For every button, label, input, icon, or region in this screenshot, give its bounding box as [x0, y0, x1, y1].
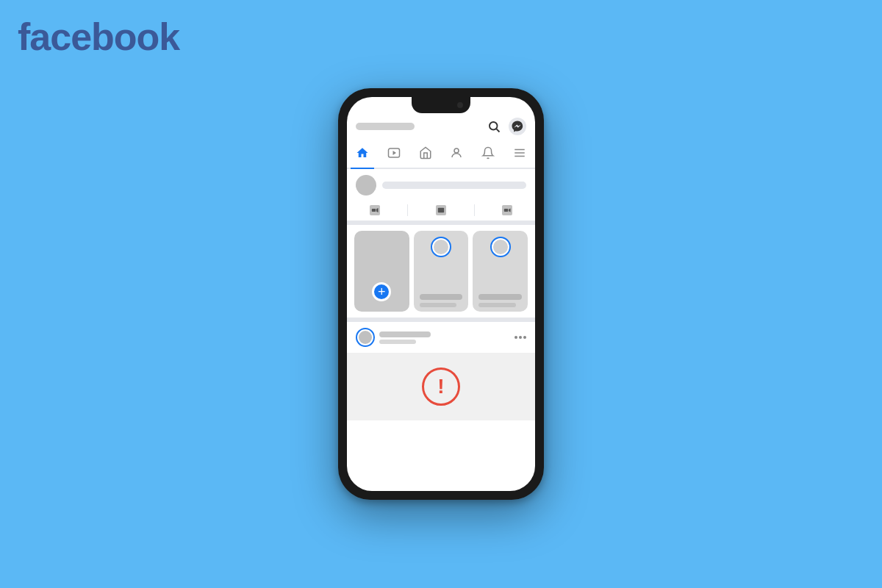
svg-rect-8 [372, 209, 376, 212]
nav-marketplace[interactable] [414, 143, 437, 163]
nav-profile[interactable] [445, 143, 468, 163]
nav-watch[interactable] [382, 143, 406, 163]
username-bar [356, 123, 415, 130]
reel-icon [502, 205, 512, 215]
phone-mockup: + [338, 88, 544, 500]
post-action-row [347, 201, 535, 225]
post-user-avatar [356, 328, 375, 347]
story-avatar-inner-2 [493, 240, 508, 254]
error-area: ! [347, 353, 535, 420]
reel-button[interactable] [502, 205, 512, 215]
dot-3 [523, 336, 526, 339]
story-card-1[interactable] [414, 231, 469, 312]
svg-point-11 [440, 209, 442, 211]
svg-point-4 [454, 148, 459, 153]
screen-content: + [347, 97, 535, 491]
svg-point-0 [490, 122, 498, 130]
nav-menu[interactable] [508, 143, 531, 163]
dot-1 [514, 336, 517, 339]
live-video-icon [370, 205, 380, 215]
post-username-bar [379, 331, 431, 337]
story-name-sub-1 [420, 303, 457, 307]
stories-section: + [347, 225, 535, 322]
nav-notifications[interactable] [476, 143, 500, 163]
post-header [356, 328, 526, 347]
story-avatar-ring-1 [431, 237, 451, 257]
search-icon[interactable] [485, 118, 503, 135]
user-avatar-small [356, 175, 376, 196]
svg-marker-13 [509, 209, 511, 212]
post-avatar-inner [359, 331, 372, 344]
nav-bar [347, 138, 535, 169]
svg-marker-9 [376, 208, 378, 212]
story-input-row [347, 169, 535, 201]
top-bar [347, 112, 535, 138]
divider-2 [474, 204, 475, 216]
phone-notch [412, 97, 470, 113]
story-name-1 [420, 294, 463, 300]
whats-on-mind-input[interactable] [382, 182, 526, 189]
messenger-icon[interactable] [509, 118, 526, 135]
story-name-2 [478, 294, 522, 300]
post-name-bars [379, 331, 431, 344]
svg-rect-12 [504, 209, 508, 212]
post-section: ! [347, 322, 535, 491]
create-story-plus-icon: + [372, 282, 391, 301]
nav-home[interactable] [351, 143, 374, 163]
phone-outer: + [338, 88, 544, 500]
live-video-button[interactable] [370, 205, 380, 215]
phone-screen: + [347, 97, 535, 491]
post-options-button[interactable] [514, 336, 526, 339]
photo-icon [436, 205, 446, 215]
exclamation-icon: ! [437, 376, 444, 397]
top-icons [485, 118, 526, 135]
create-story-card[interactable]: + [354, 231, 409, 312]
story-avatar-inner-1 [434, 240, 448, 254]
photo-button[interactable] [436, 205, 446, 215]
post-timestamp-bar [379, 340, 416, 344]
facebook-logo: facebook [18, 15, 179, 59]
svg-line-1 [496, 129, 499, 132]
dot-2 [519, 336, 522, 339]
story-card-2[interactable] [473, 231, 528, 312]
story-avatar-ring-2 [490, 237, 511, 257]
svg-marker-3 [392, 151, 396, 155]
post-user-info [356, 328, 431, 347]
story-name-sub-2 [478, 303, 516, 307]
divider-1 [407, 204, 408, 216]
error-icon-circle: ! [422, 368, 460, 406]
